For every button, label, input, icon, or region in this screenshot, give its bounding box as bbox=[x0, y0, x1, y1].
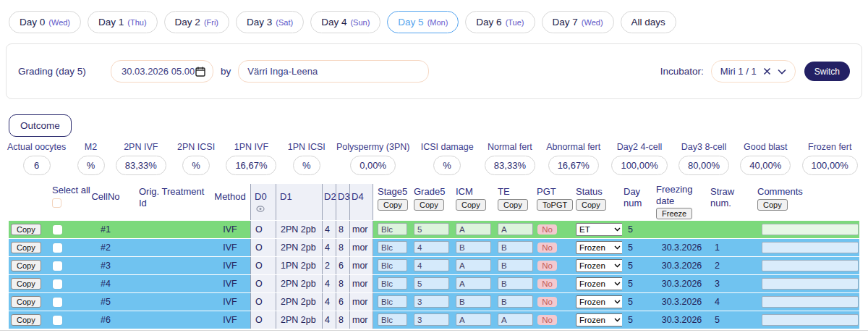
tab-day-3[interactable]: Day 3(Sat) bbox=[236, 11, 304, 33]
pgt-badge[interactable]: No bbox=[537, 297, 557, 307]
freezing-date-cell: 30.3.2026 bbox=[655, 275, 709, 292]
eye-icon[interactable] bbox=[256, 206, 265, 212]
te-input[interactable] bbox=[498, 295, 533, 308]
te-copy-button[interactable]: Copy bbox=[498, 199, 528, 211]
stage5-copy-button[interactable]: Copy bbox=[378, 199, 408, 211]
stage5-input[interactable] bbox=[378, 313, 407, 326]
status-select[interactable]: Frozen bbox=[576, 277, 622, 290]
tab-day-1[interactable]: Day 1(Thu) bbox=[88, 11, 158, 33]
stage5-input[interactable] bbox=[378, 223, 407, 235]
row-copy-button[interactable]: Copy bbox=[11, 242, 41, 253]
comments-input[interactable] bbox=[762, 296, 859, 308]
status-select[interactable]: Frozen bbox=[576, 313, 622, 326]
row-checkbox[interactable] bbox=[53, 279, 62, 289]
d2-cell: 4 bbox=[322, 221, 336, 238]
icm-input[interactable] bbox=[456, 241, 491, 253]
table-row: Copy #4 IVF O 2PN 2pb 4 8 mor No Frozen … bbox=[9, 275, 859, 292]
topgt-button[interactable]: ToPGT bbox=[537, 199, 573, 211]
te-input[interactable] bbox=[498, 241, 533, 253]
grade5-input[interactable] bbox=[414, 313, 449, 326]
stage5-input[interactable] bbox=[378, 277, 407, 290]
day-num-cell: 5 bbox=[622, 221, 655, 238]
te-input[interactable] bbox=[498, 277, 533, 290]
te-input[interactable] bbox=[498, 223, 533, 235]
row-copy-button[interactable]: Copy bbox=[11, 224, 41, 235]
tab-day-6[interactable]: Day 6(Tue) bbox=[465, 11, 535, 33]
row-checkbox[interactable] bbox=[53, 298, 62, 307]
d4-cell: mor bbox=[349, 293, 373, 311]
straw-num-cell bbox=[709, 221, 756, 238]
te-input[interactable] bbox=[498, 259, 533, 271]
stage5-input[interactable] bbox=[378, 295, 407, 308]
grading-datetime-input[interactable]: 30.03.2026 05.00 bbox=[111, 60, 213, 83]
tab-day-4[interactable]: Day 4(Sun) bbox=[310, 11, 380, 33]
row-checkbox[interactable] bbox=[53, 225, 62, 235]
row-copy-button[interactable]: Copy bbox=[11, 278, 41, 290]
status-select[interactable]: Frozen bbox=[576, 259, 622, 272]
grade5-input[interactable] bbox=[414, 277, 449, 290]
chevron-down-icon[interactable] bbox=[778, 69, 786, 75]
select-all-checkbox[interactable] bbox=[52, 198, 61, 208]
status-select[interactable]: ET bbox=[576, 223, 622, 236]
clear-icon[interactable] bbox=[763, 67, 771, 75]
comments-input[interactable] bbox=[762, 278, 859, 290]
calendar-icon[interactable] bbox=[195, 67, 205, 77]
grade5-input[interactable] bbox=[414, 223, 449, 235]
status-copy-button[interactable]: Copy bbox=[576, 199, 606, 211]
row-checkbox[interactable] bbox=[53, 316, 62, 325]
icm-input[interactable] bbox=[456, 295, 491, 308]
tab-day-0[interactable]: Day 0(Wed) bbox=[9, 11, 81, 33]
tab-day-5[interactable]: Day 5(Mon) bbox=[387, 11, 459, 33]
row-checkbox[interactable] bbox=[53, 261, 62, 271]
stat-icsi-damage: ICSI damage% bbox=[421, 142, 474, 175]
row-copy-button[interactable]: Copy bbox=[11, 296, 41, 308]
grade5-copy-button[interactable]: Copy bbox=[414, 199, 444, 211]
icm-input[interactable] bbox=[456, 313, 491, 326]
d1-cell: 2PN 2pb bbox=[276, 311, 322, 329]
freezing-date-cell: 30.3.2026 bbox=[655, 257, 709, 274]
comments-copy-button[interactable]: Copy bbox=[757, 199, 788, 211]
freeze-button[interactable]: Freeze bbox=[656, 208, 692, 219]
stat-value: 16,67% bbox=[548, 156, 599, 175]
straw-num-header: Straw num. bbox=[709, 184, 756, 220]
pgt-badge[interactable]: No bbox=[537, 315, 557, 325]
incubator-select[interactable]: Miri 1 / 1 bbox=[711, 60, 796, 83]
d3-cell: 8 bbox=[336, 275, 349, 292]
tab-day-7[interactable]: Day 7(Wed) bbox=[542, 11, 614, 33]
stage5-input[interactable] bbox=[378, 241, 407, 253]
pgt-badge[interactable]: No bbox=[537, 279, 557, 289]
grade5-input[interactable] bbox=[414, 295, 449, 308]
grade5-input[interactable] bbox=[414, 259, 449, 271]
comments-input[interactable] bbox=[762, 260, 859, 271]
tab-day-2[interactable]: Day 2(Fri) bbox=[164, 11, 229, 33]
outcome-button[interactable]: Outcome bbox=[9, 114, 72, 137]
pgt-badge[interactable]: No bbox=[537, 243, 557, 253]
stat-2pn-ivf: 2PN IVF83,33% bbox=[116, 142, 166, 175]
icm-input[interactable] bbox=[456, 277, 491, 290]
switch-button[interactable]: Switch bbox=[804, 62, 850, 81]
row-copy-button[interactable]: Copy bbox=[11, 314, 41, 326]
pgt-badge[interactable]: No bbox=[537, 224, 557, 235]
icm-input[interactable] bbox=[456, 223, 491, 235]
method-cell: IVF bbox=[210, 311, 250, 329]
d0-cell: O bbox=[250, 257, 276, 274]
status-select[interactable]: Frozen bbox=[576, 295, 622, 308]
cellno-cell: #6 bbox=[74, 311, 137, 329]
te-input[interactable] bbox=[498, 313, 533, 326]
d1-cell: 2PN 2pb bbox=[276, 275, 322, 292]
comments-input[interactable] bbox=[762, 242, 859, 253]
stat-m2: M2% bbox=[77, 142, 105, 175]
tab-all-days[interactable]: All days bbox=[621, 11, 676, 33]
stage5-input[interactable] bbox=[378, 259, 407, 271]
table-row: Copy #5 IVF O 2PN 2pb 4 6 mor No Frozen … bbox=[9, 293, 859, 311]
grader-name-input[interactable] bbox=[238, 60, 429, 83]
row-checkbox[interactable] bbox=[53, 243, 62, 253]
comments-input[interactable] bbox=[762, 224, 859, 235]
status-select[interactable]: Frozen bbox=[576, 241, 622, 254]
icm-input[interactable] bbox=[456, 259, 491, 271]
comments-input[interactable] bbox=[762, 314, 859, 326]
pgt-badge[interactable]: No bbox=[537, 261, 557, 271]
icm-copy-button[interactable]: Copy bbox=[456, 199, 486, 211]
row-copy-button[interactable]: Copy bbox=[11, 260, 41, 271]
grade5-input[interactable] bbox=[414, 241, 449, 253]
